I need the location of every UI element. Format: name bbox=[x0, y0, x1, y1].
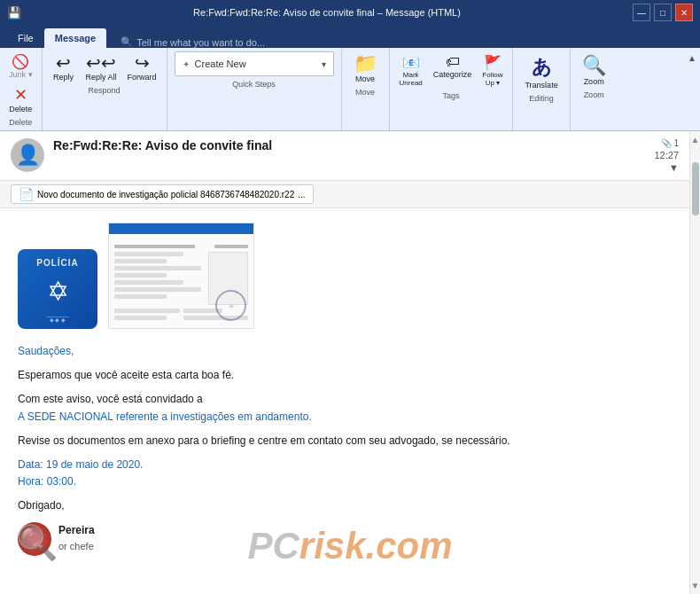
email-view: 👤 Re:Fwd:Re:Re: Aviso de convite final 📎… bbox=[0, 131, 689, 594]
reply-all-button[interactable]: ↩↩ Reply All bbox=[82, 51, 121, 84]
email-header-content: Re:Fwd:Re:Re: Aviso de convite final bbox=[53, 138, 645, 152]
document-preview-image: ⚖ bbox=[108, 223, 254, 329]
email-time: 12:27 bbox=[654, 150, 679, 160]
email-images: POLÍCIA ✡ ────── ◆ ◆ ◆ bbox=[18, 223, 672, 329]
scrollbar[interactable]: ▲ ▼ bbox=[689, 131, 700, 594]
scroll-down-button[interactable]: ▼ bbox=[691, 581, 700, 590]
move-group-label: Move bbox=[355, 88, 375, 97]
forward-button[interactable]: ↪ Forward bbox=[123, 51, 161, 84]
zoom-group-label: Zoom bbox=[584, 90, 604, 99]
email-thanks: Obrigado, bbox=[18, 497, 672, 514]
email-meta: 📎 1 12:27 ▼ bbox=[654, 138, 679, 173]
email-date: Data: 19 de maio de 2020. Hora: 03:00. bbox=[18, 457, 672, 490]
expand-button[interactable]: ▼ bbox=[669, 162, 679, 173]
scrollbar-thumb[interactable] bbox=[692, 162, 699, 215]
police-badge-image: POLÍCIA ✡ ────── ◆ ◆ ◆ bbox=[18, 249, 97, 329]
minimize-button[interactable]: — bbox=[633, 4, 650, 21]
email-greeting: Saudações, bbox=[18, 343, 672, 360]
reply-button[interactable]: ↩ Reply bbox=[48, 51, 80, 84]
ribbon: 🚫 Junk ▾ ✕ Delete Delete ↩ Reply ↩↩ bbox=[0, 48, 700, 131]
tags-group-label: Tags bbox=[442, 91, 459, 100]
categorize-button[interactable]: 🏷 Categorize bbox=[429, 51, 477, 90]
signature-name: Pereira bbox=[58, 522, 95, 539]
close-button[interactable]: ✕ bbox=[675, 4, 693, 21]
move-button[interactable]: 📁 Move bbox=[349, 51, 382, 86]
mark-unread-button[interactable]: 📧 MarkUnread bbox=[395, 51, 427, 90]
title-bar-left: 💾 bbox=[7, 6, 21, 20]
email-para4: Revise os documentos em anexo para o bri… bbox=[18, 433, 672, 449]
email-signature: 🔴 Pereira or chefe bbox=[18, 522, 672, 556]
zoom-button[interactable]: 🔍 Zoom bbox=[578, 51, 611, 89]
translate-button[interactable]: あ Translate bbox=[520, 51, 562, 92]
ribbon-search: 🔍 Tell me what you want to do... bbox=[121, 36, 265, 48]
attachment-file-icon: 📄 bbox=[19, 187, 34, 201]
window-controls: — □ ✕ bbox=[633, 4, 693, 21]
junk-button[interactable]: 🚫 Junk ▾ bbox=[5, 51, 36, 81]
save-icon: 💾 bbox=[7, 6, 21, 20]
title-bar: 💾 Re:Fwd:Fwd:Re:Re: Aviso de convite fin… bbox=[0, 0, 700, 25]
sender-avatar: 👤 bbox=[11, 138, 44, 172]
email-body: POLÍCIA ✡ ────── ◆ ◆ ◆ bbox=[0, 208, 689, 594]
email-para1: Esperamos que você aceite esta carta boa… bbox=[18, 367, 672, 384]
attachment-item[interactable]: 📄 Novo documento de investigação policia… bbox=[11, 184, 314, 204]
watermark-magnifier-icon: 🔍 bbox=[16, 523, 58, 562]
maximize-button[interactable]: □ bbox=[654, 4, 672, 21]
tab-message[interactable]: Message bbox=[44, 28, 106, 48]
ribbon-collapse-button[interactable]: ▲ bbox=[688, 53, 696, 63]
signature-role: or chefe bbox=[58, 539, 95, 555]
follow-up-button[interactable]: 🚩 FollowUp ▾ bbox=[478, 51, 507, 90]
email-header: 👤 Re:Fwd:Re:Re: Aviso de convite final 📎… bbox=[0, 131, 689, 181]
attachment-name: Novo documento de investigação policial … bbox=[37, 190, 294, 199]
scroll-up-button[interactable]: ▲ bbox=[691, 135, 700, 145]
editing-group-label: Editing bbox=[529, 94, 554, 103]
delete-group-label: Delete bbox=[9, 118, 32, 127]
respond-group-label: Respond bbox=[89, 86, 121, 95]
tab-file[interactable]: File bbox=[7, 28, 44, 48]
attachment-suffix: ... bbox=[298, 190, 305, 199]
window-title: Re:Fwd:Fwd:Re:Re: Aviso de convite final… bbox=[21, 7, 633, 18]
ribbon-tabs: File Message 🔍 Tell me what you want to … bbox=[0, 25, 700, 48]
document-stamp: ⚖ bbox=[215, 290, 246, 321]
main-area: 👤 Re:Fwd:Re:Re: Aviso de convite final 📎… bbox=[0, 131, 700, 594]
quick-steps-box[interactable]: ✦ Create New ▾ bbox=[175, 51, 334, 76]
email-subject: Re:Fwd:Re:Re: Aviso de convite final bbox=[53, 138, 645, 152]
attachment-bar: 📄 Novo documento de investigação policia… bbox=[0, 181, 689, 208]
quick-steps-label: Quick Steps bbox=[232, 80, 276, 89]
delete-button[interactable]: ✕ Delete bbox=[6, 82, 35, 116]
attachment-count: 📎 1 bbox=[661, 138, 679, 148]
email-para2: Com este aviso, você está convidado a A … bbox=[18, 391, 672, 425]
search-icon: 🔍 bbox=[121, 36, 133, 48]
